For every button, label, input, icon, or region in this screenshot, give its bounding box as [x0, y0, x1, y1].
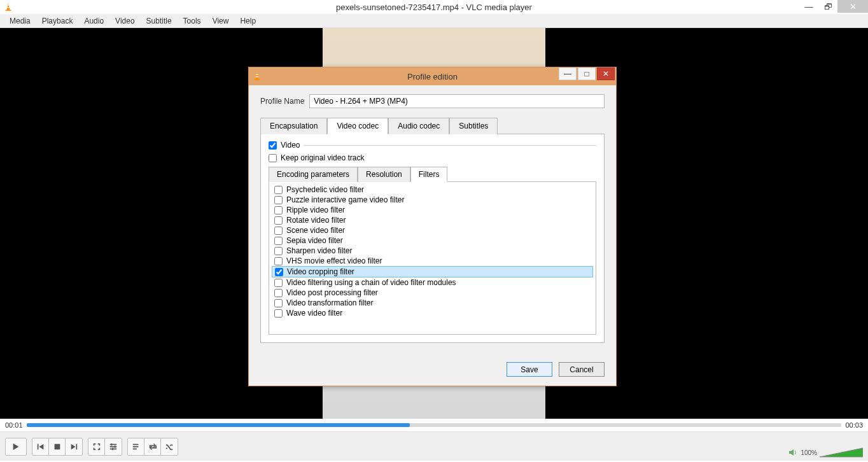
filter-item[interactable]: Video post processing filter: [272, 288, 593, 298]
profile-edition-dialog: Profile edition — □ ✕ Profile Name Encap…: [248, 67, 617, 386]
filter-item[interactable]: Video cropping filter: [272, 266, 593, 277]
svg-marker-8: [71, 444, 76, 449]
menu-tools[interactable]: Tools: [178, 15, 207, 27]
menu-bar: Media Playback Audio Video Subtitle Tool…: [0, 14, 868, 28]
profile-name-label: Profile Name: [260, 97, 304, 106]
time-total[interactable]: 00:03: [845, 421, 863, 429]
menu-view[interactable]: View: [207, 15, 235, 27]
filter-label: Ripple video filter: [286, 206, 345, 214]
next-button[interactable]: [66, 438, 82, 455]
close-button[interactable]: ✕: [837, 0, 868, 13]
tab-audio-codec[interactable]: Audio codec: [388, 118, 449, 134]
menu-audio[interactable]: Audio: [78, 15, 109, 27]
filter-item[interactable]: Wave video filter: [272, 308, 593, 318]
seekbar-row: 00:01 00:03: [0, 419, 868, 431]
menu-video[interactable]: Video: [109, 15, 140, 27]
maximize-button[interactable]: 🗗: [818, 0, 837, 13]
filter-checkbox[interactable]: [274, 186, 283, 194]
play-button[interactable]: [6, 438, 26, 455]
profile-name-row: Profile Name: [260, 94, 605, 108]
filter-checkbox[interactable]: [274, 206, 283, 214]
filter-label: Psychedelic video filter: [286, 185, 364, 194]
filter-checkbox[interactable]: [274, 279, 283, 287]
filter-item[interactable]: Sepia video filter: [272, 235, 593, 246]
svg-rect-17: [132, 446, 138, 447]
filter-checkbox[interactable]: [274, 227, 283, 235]
keep-track-row: Keep original video track: [269, 153, 596, 162]
filter-checkbox[interactable]: [274, 196, 283, 204]
filter-label: Video cropping filter: [287, 267, 354, 276]
svg-rect-18: [132, 448, 136, 449]
filter-checkbox[interactable]: [274, 257, 283, 265]
dialog-window-buttons: — □ ✕: [559, 67, 616, 80]
keep-original-label: Keep original video track: [281, 153, 364, 162]
save-button[interactable]: Save: [507, 362, 552, 377]
speaker-icon[interactable]: [788, 447, 798, 458]
filter-checkbox[interactable]: [274, 216, 283, 225]
stop-button[interactable]: [49, 438, 66, 455]
minimize-button[interactable]: —: [799, 0, 818, 13]
dialog-minimize-button[interactable]: —: [559, 67, 577, 80]
shuffle-button[interactable]: [161, 438, 178, 455]
video-checkbox[interactable]: [269, 141, 277, 150]
keep-original-checkbox[interactable]: [269, 154, 277, 162]
seek-slider[interactable]: [27, 423, 842, 427]
filter-label: Rotate video filter: [286, 216, 346, 225]
filters-list[interactable]: Psychedelic video filterPuzzle interacti…: [269, 182, 596, 335]
volume-percent: 100%: [801, 449, 817, 456]
subtab-resolution[interactable]: Resolution: [358, 167, 410, 182]
tab-encapsulation[interactable]: Encapsulation: [260, 118, 327, 134]
filter-checkbox[interactable]: [274, 237, 283, 245]
ext-settings-button[interactable]: [105, 438, 122, 455]
main-titlebar: pexels-sunsetoned-7235417.mp4 - VLC medi…: [0, 0, 868, 14]
svg-rect-15: [112, 447, 113, 450]
filter-item[interactable]: Sharpen video filter: [272, 246, 593, 256]
svg-rect-7: [54, 444, 60, 449]
filter-item[interactable]: VHS movie effect video filter: [272, 256, 593, 266]
playlist-group: [127, 438, 178, 456]
menu-help[interactable]: Help: [234, 15, 262, 27]
dialog-maximize-button[interactable]: □: [578, 67, 596, 80]
subtab-encoding[interactable]: Encoding parameters: [269, 167, 358, 182]
svg-rect-5: [37, 444, 38, 449]
menu-subtitle[interactable]: Subtitle: [141, 15, 178, 27]
seek-fill: [27, 423, 410, 427]
filter-checkbox[interactable]: [274, 299, 283, 307]
svg-marker-20: [820, 448, 863, 457]
fullscreen-button[interactable]: [88, 438, 105, 455]
menu-playback[interactable]: Playback: [36, 15, 79, 27]
filter-item[interactable]: Video transformation filter: [272, 298, 593, 308]
filter-checkbox[interactable]: [274, 247, 283, 255]
filter-item[interactable]: Rotate video filter: [272, 215, 593, 225]
filter-checkbox[interactable]: [274, 289, 283, 297]
loop-button[interactable]: [144, 438, 161, 455]
time-elapsed[interactable]: 00:01: [5, 421, 23, 429]
filter-item[interactable]: Scene video filter: [272, 225, 593, 235]
playlist-button[interactable]: [128, 438, 144, 455]
filter-item[interactable]: Psychedelic video filter: [272, 185, 593, 195]
volume-area: 100%: [788, 447, 863, 458]
svg-rect-9: [76, 444, 78, 449]
svg-marker-6: [39, 444, 43, 449]
tab-video-codec[interactable]: Video codec: [327, 118, 388, 134]
filter-checkbox[interactable]: [275, 268, 283, 276]
dialog-body: Profile Name Encapsulation Video codec A…: [249, 85, 616, 386]
volume-slider[interactable]: [820, 447, 863, 458]
filter-checkbox[interactable]: [274, 309, 283, 318]
video-check-row: Video: [269, 141, 596, 150]
filter-item[interactable]: Video filtering using a chain of video f…: [272, 277, 593, 288]
dialog-close-button[interactable]: ✕: [597, 67, 615, 80]
filter-label: VHS movie effect video filter: [286, 256, 382, 265]
prev-button[interactable]: [32, 438, 49, 455]
subtab-filters[interactable]: Filters: [410, 167, 448, 182]
dialog-titlebar[interactable]: Profile edition — □ ✕: [249, 67, 616, 85]
cancel-button[interactable]: Cancel: [559, 362, 605, 377]
tab-content: Video Keep original video track Encoding…: [260, 134, 605, 343]
tab-subtitles[interactable]: Subtitles: [449, 118, 498, 134]
menu-media[interactable]: Media: [4, 15, 36, 27]
filter-label: Sharpen video filter: [286, 246, 352, 255]
filter-item[interactable]: Ripple video filter: [272, 205, 593, 215]
filter-item[interactable]: Puzzle interactive game video filter: [272, 195, 593, 205]
profile-name-input[interactable]: [309, 94, 605, 108]
window-title: pexels-sunsetoned-7235417.mp4 - VLC medi…: [0, 3, 868, 12]
